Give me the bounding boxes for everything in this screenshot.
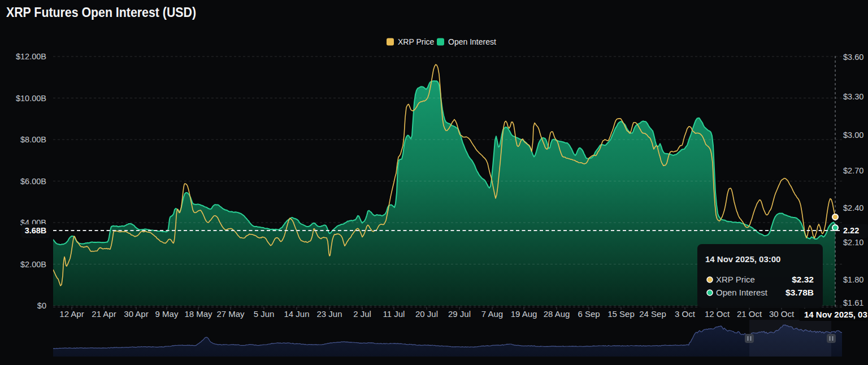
svg-text:$6.00B: $6.00B bbox=[20, 177, 46, 186]
svg-text:$2.32: $2.32 bbox=[792, 275, 814, 284]
svg-text:Open Interest: Open Interest bbox=[448, 37, 496, 46]
svg-text:28 Aug: 28 Aug bbox=[544, 309, 570, 319]
svg-text:21 Apr: 21 Apr bbox=[92, 309, 116, 319]
svg-text:30 Apr: 30 Apr bbox=[124, 309, 148, 319]
svg-text:3.68B: 3.68B bbox=[25, 226, 47, 235]
svg-text:$1.61: $1.61 bbox=[843, 298, 863, 307]
svg-text:$3.00: $3.00 bbox=[843, 131, 863, 140]
svg-text:XRP Price: XRP Price bbox=[398, 37, 435, 46]
svg-text:14 Jun: 14 Jun bbox=[284, 309, 309, 319]
svg-text:$2.10: $2.10 bbox=[843, 238, 863, 247]
svg-text:Open Interest: Open Interest bbox=[716, 288, 768, 297]
svg-text:27 May: 27 May bbox=[216, 309, 245, 319]
svg-text:$3.60: $3.60 bbox=[843, 53, 863, 62]
svg-text:19 Aug: 19 Aug bbox=[511, 309, 537, 319]
svg-text:21 Oct: 21 Oct bbox=[737, 309, 762, 319]
svg-text:$2.00B: $2.00B bbox=[20, 260, 46, 269]
svg-text:5 Jun: 5 Jun bbox=[254, 309, 275, 319]
svg-text:20 Jul: 20 Jul bbox=[415, 309, 438, 319]
svg-text:11 Jul: 11 Jul bbox=[383, 309, 405, 319]
svg-text:14 Nov 2025, 03:00: 14 Nov 2025, 03:00 bbox=[804, 310, 868, 319]
svg-text:23 Jun: 23 Jun bbox=[316, 309, 342, 319]
svg-text:18 May: 18 May bbox=[184, 309, 212, 319]
svg-text:XRP Futures Open Interest (USD: XRP Futures Open Interest (USD) bbox=[6, 5, 196, 20]
svg-text:6 Sep: 6 Sep bbox=[578, 309, 600, 319]
svg-text:24 Sep: 24 Sep bbox=[639, 309, 666, 319]
svg-text:$2.70: $2.70 bbox=[843, 166, 863, 175]
svg-text:2 Jul: 2 Jul bbox=[353, 309, 371, 319]
svg-text:$12.00B: $12.00B bbox=[16, 52, 46, 61]
svg-text:12 Oct: 12 Oct bbox=[705, 309, 730, 319]
svg-text:$1.80: $1.80 bbox=[843, 275, 863, 284]
svg-text:3 Oct: 3 Oct bbox=[675, 309, 696, 319]
svg-text:$3.30: $3.30 bbox=[843, 92, 863, 101]
svg-text:$0: $0 bbox=[37, 301, 46, 310]
svg-text:XRP Price: XRP Price bbox=[716, 275, 755, 284]
svg-text:$8.00B: $8.00B bbox=[20, 135, 46, 144]
svg-text:30 Oct: 30 Oct bbox=[769, 309, 795, 319]
svg-text:14 Nov 2025, 03:00: 14 Nov 2025, 03:00 bbox=[705, 254, 780, 264]
svg-text:9 May: 9 May bbox=[155, 309, 179, 319]
svg-text:$10.00B: $10.00B bbox=[16, 94, 46, 103]
svg-text:29 Jul: 29 Jul bbox=[448, 309, 471, 319]
svg-text:7 Aug: 7 Aug bbox=[481, 309, 503, 319]
svg-text:12 Apr: 12 Apr bbox=[59, 309, 84, 319]
svg-text:15 Sep: 15 Sep bbox=[607, 309, 635, 319]
svg-text:2.22: 2.22 bbox=[843, 226, 859, 235]
svg-text:$3.78B: $3.78B bbox=[785, 288, 814, 297]
svg-text:$2.40: $2.40 bbox=[843, 203, 863, 212]
